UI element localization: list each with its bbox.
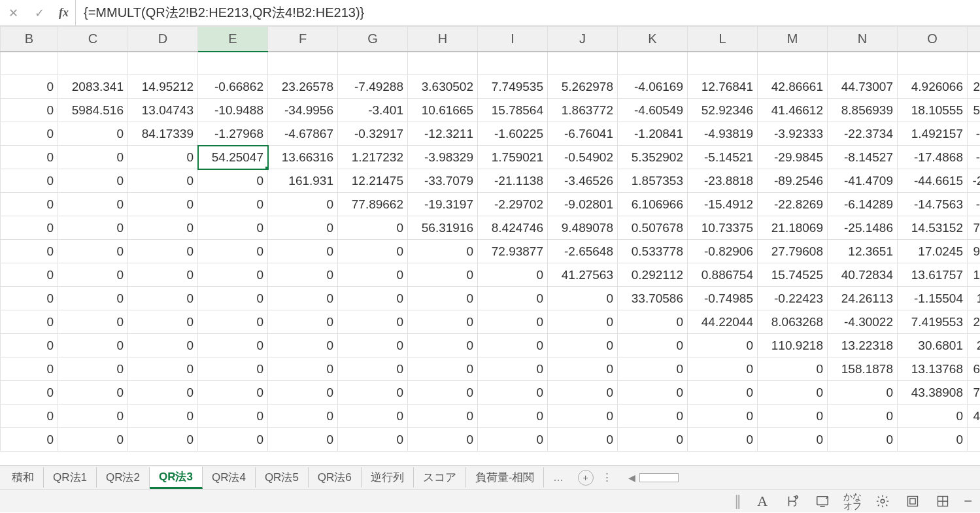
cell[interactable]: 15.74525	[758, 263, 828, 287]
cell[interactable]: 0	[58, 287, 128, 310]
cell[interactable]: 12.76841	[688, 75, 758, 99]
cell[interactable]: 0	[128, 193, 198, 216]
cell[interactable]: 0	[828, 405, 898, 428]
cell[interactable]: 0	[688, 334, 758, 357]
cell[interactable]: 0	[618, 381, 688, 405]
cell[interactable]: 0	[58, 169, 128, 193]
cell[interactable]: -14.7563	[898, 193, 968, 216]
cell[interactable]: 0	[618, 405, 688, 428]
cell[interactable]: 6.3	[968, 357, 981, 381]
cell[interactable]: 0	[758, 357, 828, 381]
cell[interactable]: 0	[58, 428, 128, 452]
cell[interactable]: 0	[268, 240, 338, 263]
spreadsheet-grid[interactable]: BCDEFGHIJKLMNO 02083.34114.95212-0.66862…	[0, 26, 980, 465]
sheet-tab[interactable]: スコア	[414, 467, 466, 488]
cell[interactable]: -29.9845	[758, 146, 828, 169]
cell[interactable]: -41.4709	[828, 169, 898, 193]
cell[interactable]: 0	[128, 287, 198, 310]
cell[interactable]: 0	[1, 240, 58, 263]
cell[interactable]: 13.61757	[898, 263, 968, 287]
cell[interactable]: -5.14521	[688, 146, 758, 169]
cell[interactable]	[828, 52, 898, 75]
cell[interactable]: 13.13768	[898, 357, 968, 381]
sheet-tab[interactable]: QR法3	[150, 467, 203, 489]
cell[interactable]: 0	[548, 405, 618, 428]
cell[interactable]: 14.53152	[898, 216, 968, 240]
cell[interactable]: 0	[198, 334, 268, 357]
accessibility-icon[interactable]: A	[753, 493, 771, 510]
column-header[interactable]: G	[338, 27, 408, 52]
cell[interactable]: 0	[1, 75, 58, 99]
column-header[interactable]: L	[688, 27, 758, 52]
column-header[interactable]: M	[758, 27, 828, 52]
cell[interactable]: 0	[1, 216, 58, 240]
column-header[interactable]: E	[198, 27, 268, 52]
sheet-tab[interactable]: QR法2	[97, 467, 150, 488]
cell[interactable]: 0	[1, 122, 58, 146]
cell[interactable]: 0	[548, 381, 618, 405]
cell[interactable]: 0	[408, 263, 478, 287]
cell[interactable]: 7.419553	[898, 310, 968, 334]
cell[interactable]: 26	[968, 334, 981, 357]
column-header[interactable]: K	[618, 27, 688, 52]
cell[interactable]: 0	[128, 169, 198, 193]
cell[interactable]: 0	[58, 357, 128, 381]
cell[interactable]: 8.856939	[828, 99, 898, 122]
cell[interactable]: 15.	[968, 263, 981, 287]
enter-icon[interactable]: ✓	[26, 0, 52, 25]
cell[interactable]: 0	[408, 334, 478, 357]
ime-icon[interactable]	[783, 494, 802, 508]
cell[interactable]: 52.92346	[688, 99, 758, 122]
cell[interactable]: -25.1486	[828, 216, 898, 240]
cell[interactable]: 24.26113	[828, 287, 898, 310]
display-settings-icon[interactable]	[813, 494, 832, 508]
cell[interactable]: 0	[338, 287, 408, 310]
cell[interactable]	[478, 52, 548, 75]
cell[interactable]: 0	[58, 216, 128, 240]
sheet-tab[interactable]: 負荷量-相関	[466, 467, 545, 488]
cell[interactable]: 14.95212	[128, 75, 198, 99]
cell[interactable]: 0	[478, 334, 548, 357]
cell[interactable]: -6.76041	[548, 122, 618, 146]
sheet-tab[interactable]: QR法5	[256, 467, 309, 488]
cell[interactable]: 7.9	[968, 216, 981, 240]
more-tabs-indicator[interactable]: ...	[547, 471, 569, 484]
cell[interactable]: 33.70586	[618, 287, 688, 310]
cell[interactable]: 10.73375	[688, 216, 758, 240]
sheet-tab[interactable]: QR法1	[44, 467, 97, 488]
cell[interactable]: 0	[618, 428, 688, 452]
cell[interactable]: 0.292112	[618, 263, 688, 287]
cell[interactable]: 0	[1, 99, 58, 122]
cell[interactable]: 0	[618, 310, 688, 334]
cell[interactable]: 0	[618, 357, 688, 381]
cell[interactable]: -7.49288	[338, 75, 408, 99]
cell[interactable]: -0.54902	[548, 146, 618, 169]
cell[interactable]: 0	[58, 310, 128, 334]
cell[interactable]: 2.3	[968, 75, 981, 99]
cell[interactable]: 45.	[968, 405, 981, 428]
cell[interactable]: 15.78564	[478, 99, 548, 122]
cell[interactable]	[338, 52, 408, 75]
cell[interactable]: 0	[128, 240, 198, 263]
cell[interactable]: -19.3197	[408, 193, 478, 216]
cell[interactable]: 0	[688, 357, 758, 381]
cell[interactable]: 1.863772	[548, 99, 618, 122]
cell[interactable]	[968, 428, 981, 452]
cell[interactable]: 0	[338, 310, 408, 334]
cell[interactable]: 7.749535	[478, 75, 548, 99]
column-header[interactable]: D	[128, 27, 198, 52]
cell[interactable]: 0	[1, 287, 58, 310]
cell[interactable]: 0	[338, 240, 408, 263]
cell[interactable]: 0	[758, 381, 828, 405]
cell[interactable]: 0	[478, 381, 548, 405]
cell[interactable]: 0	[198, 193, 268, 216]
cell[interactable]: 1.217232	[338, 146, 408, 169]
cell[interactable]: -2.29702	[478, 193, 548, 216]
cell[interactable]: 13.66316	[268, 146, 338, 169]
cell[interactable]: 9.5	[968, 240, 981, 263]
cell[interactable]: 9.489078	[548, 216, 618, 240]
cell[interactable]: 0	[338, 405, 408, 428]
cell[interactable]: -4.67867	[268, 122, 338, 146]
cell[interactable]: -0.74985	[688, 287, 758, 310]
cell[interactable]: 43.38908	[898, 381, 968, 405]
